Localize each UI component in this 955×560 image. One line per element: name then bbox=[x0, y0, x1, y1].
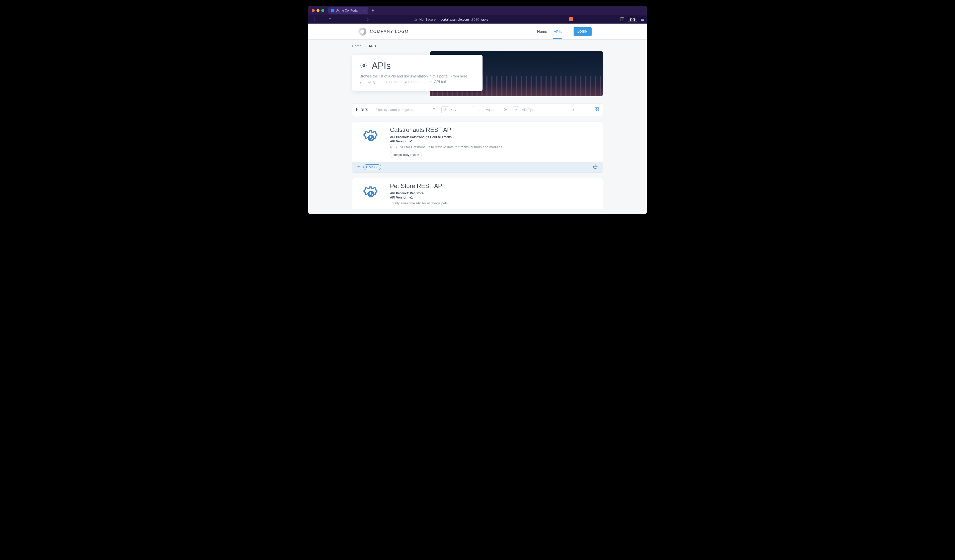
api-title: Pet Store REST API bbox=[390, 183, 597, 189]
api-title: Catstronauts REST API bbox=[390, 126, 597, 133]
kv-colon: : bbox=[478, 108, 479, 112]
url-display[interactable]: ⚠ Not Secure | portal.example.com:8080/a… bbox=[414, 17, 488, 21]
nav-home[interactable]: Home bbox=[537, 24, 548, 39]
chevron-right-icon: › bbox=[365, 44, 366, 48]
hero: APIs Browse the list of APIs and documen… bbox=[352, 51, 603, 96]
minimize-window-button[interactable] bbox=[316, 9, 319, 12]
tab-bar: Acme Co. Portal × + ⌄ bbox=[308, 6, 647, 15]
url-path: /apis bbox=[481, 17, 488, 21]
logo-mark-icon bbox=[359, 28, 366, 36]
maximize-window-button[interactable] bbox=[321, 9, 324, 12]
nav-divider bbox=[568, 29, 568, 34]
security-warning-icon: ⚠ bbox=[414, 17, 417, 21]
page-content: COMPANY LOGO Home APIs LOGIN Home › APIs bbox=[308, 23, 647, 214]
brave-shield-icon[interactable] bbox=[569, 17, 573, 21]
svg-point-10 bbox=[359, 166, 359, 167]
kv-filter-group bbox=[441, 106, 474, 113]
reader-mode-icon[interactable]: ◐◑ bbox=[628, 17, 637, 22]
security-label: Not Secure bbox=[419, 17, 435, 21]
top-nav: COMPANY LOGO Home APIs LOGIN bbox=[308, 23, 647, 40]
api-card-footer: OpenAPI bbox=[352, 162, 603, 172]
tabs-overflow-icon[interactable]: ⌄ bbox=[640, 9, 642, 12]
svg-rect-7 bbox=[595, 109, 596, 111]
compatibility-tag: compatibility : None bbox=[390, 152, 422, 158]
filter-bar: Filters : bbox=[352, 103, 603, 116]
gear-icon bbox=[513, 106, 519, 113]
filter-apitype-select[interactable] bbox=[519, 106, 576, 113]
page-description: Browse the list of APIs and documentatio… bbox=[360, 74, 470, 85]
svg-point-2 bbox=[445, 109, 445, 109]
gear-icon bbox=[357, 165, 361, 170]
close-tab-icon[interactable]: × bbox=[364, 9, 366, 12]
tag-icon bbox=[441, 106, 448, 113]
api-card[interactable]: Catstronauts REST API API Product: Catst… bbox=[352, 122, 603, 173]
filter-name-input[interactable] bbox=[373, 106, 438, 113]
grid-view-toggle-icon[interactable] bbox=[595, 107, 599, 113]
tab-title: Acme Co. Portal bbox=[336, 9, 358, 12]
select-caret-icon[interactable]: ⇵ bbox=[572, 108, 574, 111]
svg-rect-6 bbox=[597, 108, 599, 109]
nav-apis[interactable]: APIs bbox=[553, 24, 562, 39]
address-bar: 〈 〉 ⟳ ◇ ⚠ Not Secure | portal.example.co… bbox=[308, 15, 647, 23]
logo-text: COMPANY LOGO bbox=[370, 29, 409, 34]
filters-label: Filters bbox=[356, 107, 368, 112]
traffic-lights bbox=[312, 9, 324, 12]
api-card-icon bbox=[352, 178, 390, 209]
page-title: APIs bbox=[372, 61, 391, 71]
login-button[interactable]: LOGIN bbox=[573, 27, 592, 36]
url-host: portal.example.com bbox=[440, 17, 469, 21]
api-version-line: API Version: v1 bbox=[390, 140, 597, 143]
api-card-icon bbox=[352, 122, 390, 162]
search-icon[interactable] bbox=[432, 108, 436, 112]
breadcrumb-current: APIs bbox=[369, 44, 376, 48]
api-description: REST API for Catstronauts to retrieve da… bbox=[390, 145, 597, 149]
svg-point-1 bbox=[433, 108, 435, 110]
close-window-button[interactable] bbox=[312, 9, 315, 12]
reload-button[interactable]: ⟳ bbox=[328, 17, 333, 21]
browser-tab[interactable]: Acme Co. Portal × bbox=[328, 7, 368, 14]
url-port: :8080 bbox=[471, 17, 479, 21]
nav-links: Home APIs LOGIN bbox=[537, 24, 592, 39]
tab-favicon bbox=[331, 9, 334, 12]
menu-icon[interactable] bbox=[641, 18, 644, 21]
api-product-line: API Product: Catstronauts Course Tracks bbox=[390, 135, 597, 139]
forward-button[interactable]: 〉 bbox=[319, 17, 325, 22]
company-logo[interactable]: COMPANY LOGO bbox=[359, 28, 409, 36]
api-card[interactable]: Pet Store REST API API Product: Pet Stor… bbox=[352, 178, 603, 209]
breadcrumb-home[interactable]: Home bbox=[352, 44, 362, 48]
svg-point-0 bbox=[363, 64, 365, 66]
svg-rect-5 bbox=[595, 108, 596, 109]
api-product-line: API Product: Pet Store bbox=[390, 191, 597, 195]
browser-window: Acme Co. Portal × + ⌄ 〈 〉 ⟳ ◇ ⚠ Not Secu… bbox=[308, 6, 647, 214]
svg-rect-8 bbox=[597, 109, 599, 111]
api-version-line: API Version: v1 bbox=[390, 196, 597, 199]
filter-key-input[interactable] bbox=[448, 106, 474, 113]
breadcrumb: Home › APIs bbox=[352, 40, 603, 51]
bookmark-icon[interactable]: ◇ bbox=[366, 17, 369, 21]
spec-pill[interactable]: OpenAPI bbox=[363, 164, 381, 170]
globe-icon[interactable] bbox=[593, 164, 598, 171]
hero-card: APIs Browse the list of APIs and documen… bbox=[352, 55, 482, 91]
api-description: Totally awesome API for all things pets! bbox=[390, 201, 597, 205]
apitype-filter-group: ⇵ bbox=[513, 106, 576, 113]
sidebar-toggle-icon[interactable] bbox=[620, 17, 624, 21]
svg-point-4 bbox=[516, 109, 517, 110]
api-gear-icon bbox=[360, 61, 368, 71]
back-button[interactable]: 〈 bbox=[311, 17, 316, 22]
add-filter-icon[interactable] bbox=[504, 108, 507, 112]
new-tab-button[interactable]: + bbox=[370, 8, 376, 13]
